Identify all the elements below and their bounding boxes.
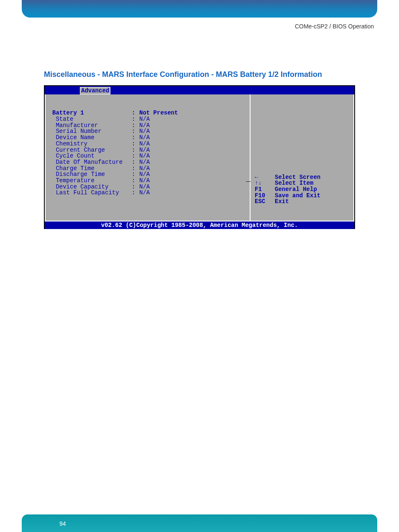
bios-row-sep: : (132, 110, 139, 116)
bios-help-desc: Select Item (275, 180, 313, 186)
bios-row-label: Device Capacity (52, 184, 132, 190)
bios-row-sep: : (132, 116, 139, 122)
page-bottom-bar: 94 (22, 514, 377, 532)
bios-info-row: Current Charge: N/A (52, 147, 246, 153)
bios-info-row: Chemistry: N/A (52, 141, 246, 147)
bios-info-row: Device Name: N/A (52, 135, 246, 141)
bios-info-row: Discharge Time: N/A (52, 171, 246, 178)
bios-row-sep: : (132, 159, 139, 165)
page-top-bar (22, 0, 377, 18)
bios-row-sep: : (132, 141, 139, 147)
bios-info-row: Cycle Count: N/A (52, 153, 246, 159)
bios-row-value: N/A (139, 128, 246, 135)
bios-row-label: Serial Number (52, 128, 132, 135)
bios-info-row: Battery 1: Not Present (52, 110, 246, 116)
bios-row-value: Not Present (139, 110, 246, 116)
bios-help-desc: Exit (275, 199, 289, 205)
bios-row-label: Chemistry (52, 141, 132, 147)
bios-info-row: Date Of Manufacture: N/A (52, 159, 246, 165)
bios-help-block: ←Select Screen↑↓Select ItemF1General Hel… (255, 174, 320, 205)
bios-row-value: N/A (139, 190, 246, 196)
bios-row-value: N/A (139, 153, 246, 159)
bios-row-sep: : (132, 184, 139, 190)
bios-help-row: ←Select Screen (255, 174, 320, 181)
bios-row-value: N/A (139, 122, 246, 129)
bios-info-row: Last Full Capacity: N/A (52, 190, 246, 196)
bios-row-value: N/A (139, 135, 246, 141)
bios-screenshot: Advanced Battery 1: Not Present State: N… (44, 85, 355, 229)
bios-info-row: Manufacturer: N/A (52, 122, 246, 129)
bios-row-value: N/A (139, 141, 246, 147)
bios-row-sep: : (132, 122, 139, 129)
bios-row-label: Discharge Time (52, 171, 132, 178)
bios-row-sep: : (132, 147, 139, 153)
bios-copyright-footer: v02.62 (C)Copyright 1985-2008, American … (45, 221, 354, 229)
bios-row-value: N/A (139, 178, 246, 184)
bios-row-label: Manufacturer (52, 122, 132, 129)
bios-help-desc: Select Screen (275, 174, 320, 181)
bios-row-label: Battery 1 (52, 110, 132, 116)
bios-help-key: ← (255, 174, 275, 181)
bios-help-row: ↑↓Select Item (255, 180, 320, 186)
bios-row-label: Last Full Capacity (52, 190, 132, 196)
bios-row-label: Date Of Manufacture (52, 159, 132, 165)
bios-row-sep: : (132, 171, 139, 178)
bios-row-sep: : (132, 135, 139, 141)
bios-row-sep: : (132, 178, 139, 184)
bios-row-sep: : (132, 190, 139, 196)
bios-row-sep: : (132, 128, 139, 135)
bios-row-sep: : (132, 153, 139, 159)
bios-row-label: Temperature (52, 178, 132, 184)
bios-right-panel: ←Select Screen↑↓Select ItemF1General Hel… (251, 94, 354, 221)
bios-help-row: ESCExit (255, 199, 320, 205)
bios-row-label: Device Name (52, 135, 132, 141)
bios-help-desc: General Help (275, 186, 317, 193)
bios-row-value: N/A (139, 184, 246, 190)
bios-help-key: F1 (255, 186, 275, 193)
bios-info-row: Serial Number: N/A (52, 128, 246, 135)
bios-row-label: Cycle Count (52, 153, 132, 159)
bios-info-row: State: N/A (52, 116, 246, 122)
bios-row-value: N/A (139, 165, 246, 172)
bios-row-label: State (52, 116, 132, 122)
bios-row-sep: : (132, 165, 139, 172)
bios-row-value: N/A (139, 171, 246, 178)
bios-tab-advanced: Advanced (80, 87, 110, 94)
scroll-down-icon: _ (246, 175, 251, 183)
bios-row-label: Charge Time (52, 165, 132, 172)
bios-help-desc: Save and Exit (275, 193, 320, 199)
bios-row-value: N/A (139, 116, 246, 122)
bios-help-row: F10Save and Exit (255, 193, 320, 199)
bios-info-row: Temperature: N/A (52, 178, 246, 184)
bios-info-row: Device Capacity: N/A (52, 184, 246, 190)
bios-help-key: ↑↓ (255, 180, 275, 186)
bios-info-row: Charge Time: N/A (52, 165, 246, 172)
bios-row-value: N/A (139, 147, 246, 153)
bios-help-key: ESC (255, 199, 275, 205)
bios-help-key: F10 (255, 193, 275, 199)
bios-body: Battery 1: Not Present State: N/A Manufa… (45, 94, 354, 221)
bios-row-value: N/A (139, 159, 246, 165)
page-number: 94 (59, 520, 66, 527)
bios-row-label: Current Charge (52, 147, 132, 153)
bios-tab-row: Advanced (45, 86, 354, 94)
section-title: Miscellaneous - MARS Interface Configura… (44, 70, 322, 79)
bios-left-panel: Battery 1: Not Present State: N/A Manufa… (45, 94, 251, 221)
header-breadcrumb: COMe-cSP2 / BIOS Operation (295, 23, 374, 30)
bios-help-row: F1General Help (255, 186, 320, 193)
